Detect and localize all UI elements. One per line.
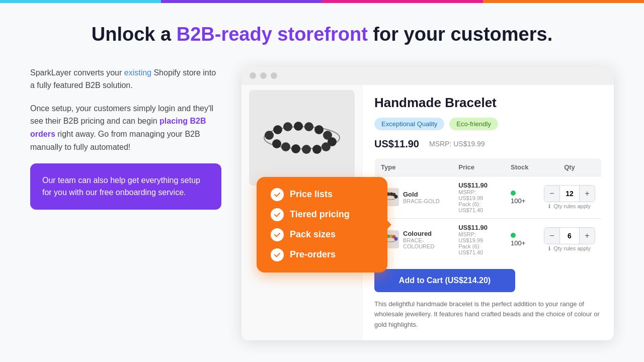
- feature-item-pre-orders: Pre-orders: [271, 248, 373, 261]
- variant-name-gold: Gold: [403, 191, 440, 198]
- col-qty: Qty: [538, 158, 602, 176]
- variant-name-coloured: Coloured: [403, 230, 446, 237]
- qty-minus-coloured[interactable]: −: [544, 228, 559, 244]
- check-icon-price-lists: [271, 188, 284, 201]
- qty-rules-icon-gold: ℹ: [548, 203, 550, 209]
- bracelet-svg: [257, 118, 347, 158]
- check-icon-tiered-pricing: [271, 208, 284, 221]
- left-para-2-post: right away. Go from managing your B2B ma…: [30, 130, 200, 151]
- right-column: Handmade Bracelet Exceptional Quality Ec…: [242, 66, 614, 340]
- feature-label-tiered-pricing: Tiered pricing: [290, 209, 350, 220]
- svg-point-2: [273, 125, 282, 134]
- variant-pack-coloured: Pack (6): US$71.40: [458, 243, 499, 255]
- top-color-bar: [0, 0, 644, 3]
- feature-item-pack-sizes: Pack sizes: [271, 228, 373, 241]
- headline-text: Unlock a B2B-ready storefront for your c…: [30, 23, 614, 46]
- check-icon-pack-sizes: [271, 228, 284, 241]
- tag-exceptional-quality: Exceptional Quality: [374, 118, 444, 130]
- col-type: Type: [375, 158, 453, 176]
- variant-sku-gold: BRACE-GOLD: [403, 198, 440, 204]
- check-svg-pre-orders: [274, 251, 281, 258]
- qty-stepper-coloured: − 6 +: [544, 227, 595, 244]
- svg-point-13: [281, 142, 290, 151]
- svg-point-12: [291, 144, 300, 153]
- main-product-image: [249, 90, 355, 186]
- col-price: Price: [452, 158, 505, 176]
- svg-point-14: [272, 139, 281, 148]
- product-tags: Exceptional Quality Eco-friendly: [374, 118, 602, 130]
- left-para-2: Once setup, your customers simply login …: [30, 102, 221, 153]
- svg-point-6: [314, 125, 324, 134]
- col-stock: Stock: [505, 158, 538, 176]
- variant-sku-coloured: BRACE-COLOURED: [403, 237, 446, 249]
- svg-point-3: [283, 122, 292, 131]
- headline-highlight: B2B-ready storefront: [177, 24, 368, 45]
- qty-minus-gold[interactable]: −: [544, 186, 559, 202]
- check-svg-tiered-pricing: [274, 211, 281, 218]
- product-msrp: MSRP: US$19.99: [429, 140, 485, 148]
- feature-label-pre-orders: Pre-orders: [290, 249, 336, 260]
- variant-price-gold: US$11.90 MSRP: US$19.99 Pack (6): US$71.…: [452, 176, 505, 218]
- feature-item-price-lists: Price lists: [271, 188, 373, 201]
- table-header-row: Type Price Stock Qty: [375, 158, 602, 176]
- headline-post: for your customers.: [368, 24, 552, 45]
- check-icon-pre-orders: [271, 248, 284, 261]
- svg-point-1: [265, 131, 274, 140]
- stock-dot-gold: [511, 191, 516, 196]
- svg-point-5: [304, 122, 313, 131]
- stock-count-gold: 100+: [511, 197, 525, 205]
- svg-point-11: [302, 145, 311, 154]
- pricing-row: US$11.90 MSRP: US$19.99: [374, 138, 602, 150]
- variant-msrp-gold: MSRP: US$19.99: [458, 189, 499, 201]
- variant-qty-gold: − 12 + ℹ Qty rules apply: [538, 176, 602, 218]
- svg-point-35: [394, 195, 398, 199]
- tag-eco-friendly: Eco-friendly: [449, 118, 498, 130]
- stock-count-coloured: 100+: [511, 239, 525, 247]
- variant-price-coloured-main: US$11.90: [458, 224, 499, 231]
- product-details-section: Handmade Bracelet Exceptional Quality Ec…: [362, 85, 614, 340]
- browser-bar: [242, 66, 614, 85]
- left-column: SparkLayer converts your existing Shopif…: [30, 66, 221, 210]
- qty-plus-gold[interactable]: +: [580, 186, 595, 202]
- variant-stock-coloured: 100+: [505, 218, 538, 260]
- page-container: Unlock a B2B-ready storefront for your c…: [0, 3, 644, 355]
- top-bar-segment-purple: [161, 0, 322, 3]
- browser-dot-2: [260, 72, 267, 79]
- qty-plus-coloured[interactable]: +: [580, 228, 595, 244]
- browser-dot-1: [250, 72, 256, 79]
- svg-point-10: [312, 145, 321, 154]
- svg-point-4: [294, 122, 303, 131]
- qty-rules-icon-coloured: ℹ: [548, 245, 550, 251]
- svg-point-9: [321, 142, 331, 151]
- product-price: US$11.90: [374, 138, 419, 150]
- variant-msrp-coloured: MSRP: US$19.99: [458, 231, 499, 243]
- add-to-cart-button[interactable]: Add to Cart (US$214.20): [374, 269, 515, 292]
- variant-qty-coloured: − 6 + ℹ Qty rules apply: [538, 218, 602, 260]
- browser-dot-3: [271, 72, 277, 79]
- variant-price-gold-main: US$11.90: [458, 182, 499, 189]
- features-bubble: Price lists Tiered pricing: [257, 177, 387, 273]
- qty-stepper-gold: − 12 +: [544, 185, 595, 202]
- check-svg-price-lists: [274, 191, 281, 198]
- qty-input-coloured[interactable]: 6: [559, 228, 580, 244]
- left-para-1-pre: SparkLayer converts your: [30, 68, 124, 77]
- content-section: SparkLayer converts your existing Shopif…: [30, 66, 614, 340]
- product-title: Handmade Bracelet: [374, 95, 602, 111]
- headline-pre: Unlock a: [92, 24, 177, 45]
- stock-dot-coloured: [511, 233, 516, 238]
- feature-label-pack-sizes: Pack sizes: [290, 229, 336, 240]
- variant-pack-gold: Pack (6): US$71.40: [458, 201, 499, 213]
- qty-input-gold[interactable]: 12: [559, 186, 580, 202]
- top-bar-segment-orange: [483, 0, 644, 3]
- qty-rules-coloured: ℹ Qty rules apply: [544, 245, 595, 252]
- variants-table: Type Price Stock Qty: [374, 158, 602, 261]
- svg-point-42: [394, 237, 398, 241]
- top-bar-segment-pink: [322, 0, 483, 3]
- info-box-text: Our team can also help get everything se…: [42, 176, 200, 197]
- check-svg-pack-sizes: [274, 231, 281, 238]
- left-para-1: SparkLayer converts your existing Shopif…: [30, 66, 221, 92]
- table-row: Coloured BRACE-COLOURED US$11.90 MSRP: U…: [375, 218, 602, 260]
- existing-link[interactable]: existing: [124, 68, 151, 77]
- product-description: This delightful handmade bracelet is the…: [374, 299, 602, 330]
- qty-rules-gold: ℹ Qty rules apply: [544, 203, 595, 210]
